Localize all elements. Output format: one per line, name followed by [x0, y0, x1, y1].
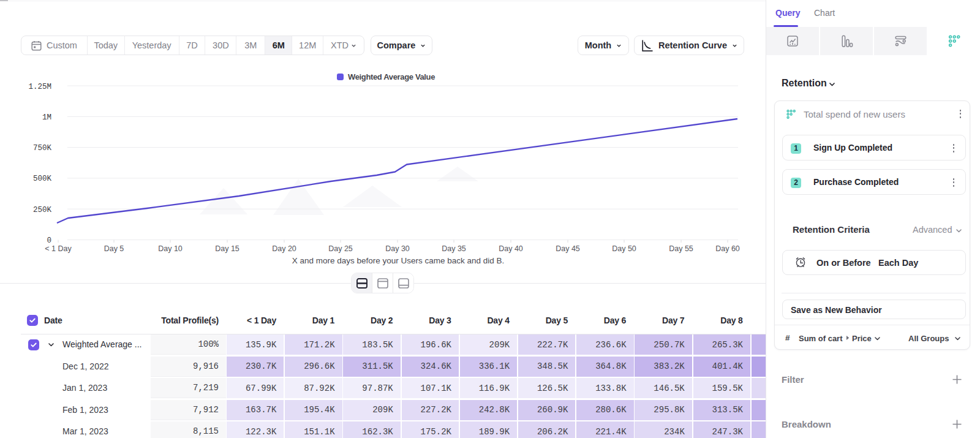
svg-text:250K: 250K [33, 206, 52, 214]
svg-text:Day 45: Day 45 [556, 244, 580, 253]
svg-text:1.25M: 1.25M [28, 83, 51, 91]
svg-text:Day 5: Day 5 [104, 244, 124, 253]
svg-text:Day 20: Day 20 [272, 244, 296, 253]
svg-text:Day 60: Day 60 [715, 244, 740, 253]
svg-text:Day 50: Day 50 [612, 244, 636, 253]
svg-text:X and more days before your Us: X and more days before your Users came b… [292, 256, 505, 265]
svg-text:Day 40: Day 40 [499, 244, 523, 253]
svg-text:< 1 Day: < 1 Day [45, 244, 72, 253]
svg-text:Day 35: Day 35 [442, 244, 466, 253]
svg-text:0: 0 [47, 236, 51, 245]
svg-text:Day 10: Day 10 [158, 244, 183, 253]
svg-text:Day 30: Day 30 [385, 244, 410, 253]
svg-text:Day 15: Day 15 [215, 244, 239, 253]
svg-text:500K: 500K [33, 175, 52, 183]
svg-text:750K: 750K [33, 144, 52, 153]
svg-text:Day 25: Day 25 [328, 244, 353, 253]
svg-text:1M: 1M [42, 113, 51, 122]
svg-text:Day 55: Day 55 [669, 244, 693, 253]
